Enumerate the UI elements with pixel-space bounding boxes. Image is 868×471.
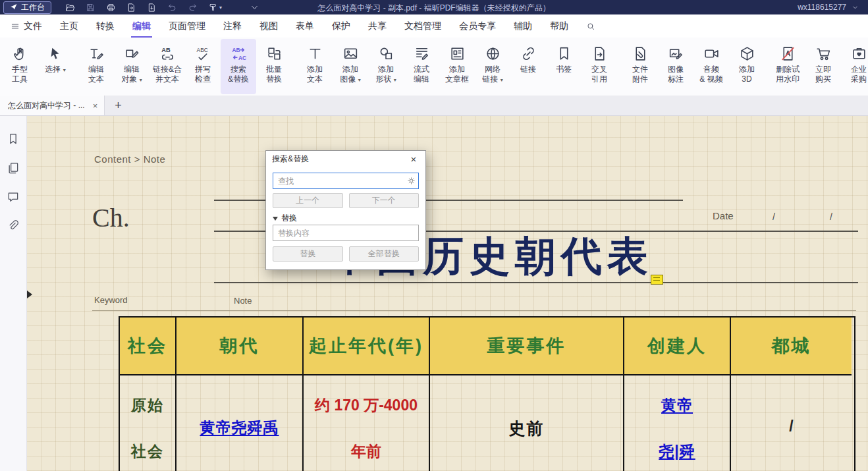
- toolbar-item-flow-edit[interactable]: 流式编辑: [404, 39, 439, 94]
- toolbar-item-link[interactable]: 链接: [510, 39, 546, 94]
- undo-icon[interactable]: [167, 2, 177, 13]
- toolbar-item-audio-video[interactable]: 音频& 视频: [693, 39, 729, 94]
- replace-button[interactable]: 替换: [273, 246, 343, 262]
- toolbar-item-search-replace[interactable]: ABAC搜索&替换: [221, 39, 256, 94]
- search-options-gear-icon[interactable]: [406, 176, 416, 186]
- menu-item-member[interactable]: 会员专享: [459, 14, 496, 38]
- table-cell-capital: /: [731, 374, 852, 471]
- menu-item-protect[interactable]: 保护: [332, 14, 350, 38]
- toolbar-item-web-link[interactable]: 网络链接 ▾: [475, 39, 510, 94]
- cell-text: 社会: [120, 441, 175, 462]
- collapse-ribbon-icon[interactable]: [249, 2, 259, 13]
- workbench-button[interactable]: 工作台: [3, 1, 51, 14]
- table-cell-society: 原始 社会: [120, 374, 176, 471]
- print-icon[interactable]: [105, 2, 116, 13]
- menu-item-home[interactable]: 主页: [60, 14, 78, 38]
- dialog-titlebar[interactable]: 搜索&替换 ×: [266, 151, 425, 167]
- format-brush-icon: [207, 2, 218, 13]
- previous-button[interactable]: 上一个: [273, 193, 343, 208]
- table-header-3: 重要事件: [430, 318, 624, 374]
- menu-item-edit[interactable]: 编辑: [132, 14, 151, 38]
- link-merge-icon: AB: [159, 44, 176, 63]
- toolbar-item-edit-object[interactable]: 编辑对象 ▾: [114, 39, 149, 94]
- format-brush-button[interactable]: ▾: [207, 2, 222, 13]
- attachment-icon: [632, 44, 649, 63]
- table-header-2: 起止年代(年): [304, 318, 430, 374]
- comments-panel-icon[interactable]: [7, 190, 20, 204]
- toolbar-item-remove-trial-watermark[interactable]: 删除试用水印: [770, 39, 805, 94]
- toolbar-item-batch-replace[interactable]: 批量替换: [256, 39, 292, 94]
- toolbar-item-enterprise-purchase[interactable]: 企业采购: [841, 39, 868, 94]
- export-document-icon[interactable]: [126, 2, 136, 13]
- menu-item-file[interactable]: 文件: [11, 14, 42, 38]
- toolbar-item-cross-reference[interactable]: 交叉引用: [582, 39, 617, 94]
- new-tab-button[interactable]: +: [115, 99, 122, 111]
- search-replace-icon: ABAC: [231, 44, 247, 63]
- menu-item-help[interactable]: 帮助: [550, 14, 568, 38]
- toolbar-item-file-attachment[interactable]: 文件附件: [622, 39, 658, 94]
- menu-item-doc-manage[interactable]: 文档管理: [404, 14, 441, 38]
- document-tab[interactable]: 怎么面对高中学习 - ... ×: [0, 96, 105, 115]
- bookmarks-panel-icon[interactable]: [7, 132, 20, 146]
- doc-rule-line: [92, 310, 856, 311]
- toolbar-item-label: 添加形状 ▾: [375, 65, 396, 85]
- cell-text: 史前: [430, 418, 623, 439]
- toolbar-item-label: 添加图像 ▾: [340, 65, 360, 85]
- remove-watermark-icon: [780, 44, 796, 63]
- history-table: 社会朝代起止年代(年)重要事件创建人都城 原始 社会 黄帝尧舜禹 约 170 万…: [119, 316, 855, 471]
- download-document-icon[interactable]: [146, 2, 157, 13]
- toolbar-item-add-text[interactable]: 添加文本: [297, 39, 333, 94]
- quick-access-toolbar: ▾: [65, 2, 259, 13]
- menu-item-convert[interactable]: 转换: [96, 14, 115, 38]
- toolbar-item-add-image[interactable]: 添加图像 ▾: [333, 39, 368, 94]
- bookmark-icon: [556, 44, 572, 63]
- menu-item-share[interactable]: 共享: [368, 14, 387, 38]
- comment-marker-icon[interactable]: [651, 275, 663, 285]
- toolbar-item-edit-text[interactable]: 编辑文本: [78, 39, 114, 94]
- tab-close-icon[interactable]: ×: [93, 101, 98, 110]
- toolbar-item-link-merge-text[interactable]: AB链接&合并文本: [149, 39, 185, 94]
- open-folder-icon[interactable]: [65, 2, 75, 13]
- toolbar-item-select[interactable]: 选择 ▾: [38, 39, 73, 94]
- toolbar-item-add-shape[interactable]: 添加形状 ▾: [368, 39, 404, 94]
- redo-icon[interactable]: [187, 2, 198, 13]
- toolbar-item-bookmark[interactable]: 书签: [546, 39, 582, 94]
- menu-item-assist[interactable]: 辅助: [514, 14, 532, 38]
- sidebar-expand-arrow[interactable]: [27, 291, 32, 298]
- founder-link[interactable]: 尧|舜: [624, 441, 730, 462]
- toolbar-item-label: 批量替换: [266, 65, 282, 84]
- document-canvas[interactable]: Content > Note Ch. Date / / 中国历史朝代表 Keyw…: [26, 115, 868, 471]
- toolbar-item-image-annotation[interactable]: 图像标注: [658, 39, 693, 94]
- replace-input[interactable]: [277, 228, 415, 238]
- menu-item-view[interactable]: 视图: [259, 14, 278, 38]
- toolbar-item-buy-now[interactable]: 立即购买: [805, 39, 841, 94]
- menu-item-search[interactable]: [586, 14, 595, 38]
- menu-item-label: 表单: [296, 20, 314, 32]
- founder-link[interactable]: 黄帝: [624, 395, 730, 416]
- toolbar-item-add-article-box[interactable]: 添加文章框: [439, 39, 475, 94]
- replace-section-toggle[interactable]: 替换: [273, 213, 297, 224]
- menubar: 文件主页转换编辑页面管理注释视图表单保护共享文档管理会员专享辅助帮助: [0, 14, 868, 38]
- account-menu[interactable]: wx118615277: [798, 2, 860, 13]
- replace-all-button[interactable]: 全部替换: [349, 246, 420, 262]
- toolbar-item-spell-check[interactable]: ABC拼写检查: [185, 39, 221, 94]
- app-window: 怎么面对高中学习 - 副本.pdf - 福昕PDF编辑器（未经授权的产品） 工作…: [0, 0, 868, 471]
- toolbar-item-label: 图像标注: [668, 65, 684, 84]
- dynasty-link[interactable]: 黄帝尧舜禹: [176, 418, 302, 438]
- menu-item-comment[interactable]: 注释: [223, 14, 242, 38]
- page-thumbnails-icon[interactable]: [7, 161, 20, 175]
- toolbar-item-hand-tool[interactable]: 手型工具: [2, 39, 38, 94]
- toolbar-item-add-3d[interactable]: 添加3D: [729, 39, 765, 94]
- save-icon[interactable]: [85, 2, 95, 13]
- table-header-4: 创建人: [624, 318, 731, 374]
- find-input[interactable]: [277, 176, 406, 186]
- attachments-panel-icon[interactable]: [7, 219, 20, 233]
- table-body-row: 原始 社会 黄帝尧舜禹 约 170 万-4000 年前 史前 黄帝 尧|舜: [120, 374, 854, 471]
- add-text-icon: [307, 44, 323, 63]
- toolbar-item-label: 网络链接 ▾: [482, 65, 502, 85]
- next-button[interactable]: 下一个: [349, 193, 420, 208]
- edit-object-icon: [124, 44, 140, 63]
- menu-item-form[interactable]: 表单: [296, 14, 314, 38]
- dialog-close-icon[interactable]: ×: [408, 154, 420, 164]
- menu-item-page-manage[interactable]: 页面管理: [169, 14, 205, 38]
